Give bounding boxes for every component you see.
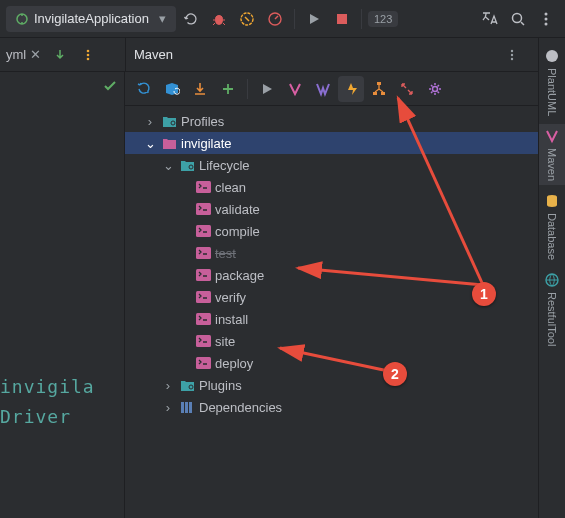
library-icon xyxy=(179,399,195,415)
svg-rect-32 xyxy=(181,402,184,413)
lifecycle-package[interactable]: package xyxy=(125,264,565,286)
tree-label: test xyxy=(215,246,236,261)
run-button[interactable] xyxy=(301,6,327,32)
skip-tests-button[interactable] xyxy=(338,76,364,102)
svg-point-7 xyxy=(545,17,548,20)
tree-label: compile xyxy=(215,224,260,239)
svg-point-11 xyxy=(87,57,90,60)
globe-icon xyxy=(544,272,560,288)
terminal-icon xyxy=(195,179,211,195)
rail-label: Database xyxy=(546,213,558,260)
lifecycle-site[interactable]: site xyxy=(125,330,565,352)
maven-icon xyxy=(544,128,560,144)
check-icon xyxy=(102,78,118,94)
maven-wrapper-icon[interactable] xyxy=(310,76,336,102)
run-maven-icon[interactable] xyxy=(254,76,280,102)
maven-panel: › Profiles ⌄ invigilate ⌄ Lifecycle clea… xyxy=(125,72,565,518)
tree-label: Profiles xyxy=(181,114,224,129)
settings-icon[interactable] xyxy=(422,76,448,102)
run-config-selector[interactable]: InvigilateApplication ▾ xyxy=(6,6,176,32)
tree-node-lifecycle[interactable]: ⌄ Lifecycle xyxy=(125,154,565,176)
terminal-icon xyxy=(195,201,211,217)
stop-button[interactable] xyxy=(329,6,355,32)
terminal-icon xyxy=(195,333,211,349)
tree-label: deploy xyxy=(215,356,253,371)
svg-rect-33 xyxy=(185,402,188,413)
tree-node-dependencies[interactable]: › Dependencies xyxy=(125,396,565,418)
maven-tree: › Profiles ⌄ invigilate ⌄ Lifecycle clea… xyxy=(125,106,565,422)
separator xyxy=(361,9,362,29)
folder-gear-icon xyxy=(179,377,195,393)
tree-label: validate xyxy=(215,202,260,217)
svg-point-12 xyxy=(511,49,513,51)
svg-point-5 xyxy=(513,13,522,22)
svg-rect-26 xyxy=(196,269,211,281)
close-icon[interactable]: ✕ xyxy=(30,47,41,62)
rail-database[interactable]: Database xyxy=(539,189,565,264)
run-config-icon xyxy=(16,13,28,25)
svg-rect-22 xyxy=(196,181,211,193)
tree-label: invigilate xyxy=(181,136,232,151)
line-indicator[interactable]: 123 xyxy=(368,11,398,27)
lifecycle-deploy[interactable]: deploy xyxy=(125,352,565,374)
tree-node-profiles[interactable]: › Profiles xyxy=(125,110,565,132)
terminal-icon xyxy=(195,223,211,239)
chevron-right-icon: › xyxy=(161,378,175,393)
database-icon xyxy=(544,193,560,209)
svg-rect-28 xyxy=(196,313,211,325)
main-area: invigila Driver › Profiles ⌄ xyxy=(0,72,565,518)
refresh-icon[interactable] xyxy=(131,76,157,102)
chevron-right-icon: › xyxy=(161,400,175,415)
folder-gear-icon xyxy=(179,157,195,173)
svg-point-14 xyxy=(511,57,513,59)
run-config-name: InvigilateApplication xyxy=(34,11,149,26)
folder-gear-icon xyxy=(161,113,177,129)
coverage-icon[interactable] xyxy=(234,6,260,32)
svg-rect-4 xyxy=(337,14,347,24)
lifecycle-install[interactable]: install xyxy=(125,308,565,330)
lifecycle-verify[interactable]: verify xyxy=(125,286,565,308)
svg-point-8 xyxy=(545,22,548,25)
rail-restful[interactable]: RestfulTool xyxy=(539,268,565,350)
rail-label: PlantUML xyxy=(546,68,558,116)
svg-rect-18 xyxy=(381,92,385,95)
translate-icon[interactable] xyxy=(477,6,503,32)
bug-icon[interactable] xyxy=(206,6,232,32)
maven-v-icon[interactable] xyxy=(282,76,308,102)
lifecycle-compile[interactable]: compile xyxy=(125,220,565,242)
tree-node-project[interactable]: ⌄ invigilate xyxy=(125,132,565,154)
profiler-icon[interactable] xyxy=(262,6,288,32)
svg-rect-30 xyxy=(196,357,211,369)
tree-label: install xyxy=(215,312,248,327)
rail-maven[interactable]: Maven xyxy=(539,124,565,185)
lifecycle-validate[interactable]: validate xyxy=(125,198,565,220)
separator xyxy=(294,9,295,29)
add-icon[interactable] xyxy=(215,76,241,102)
plantuml-icon xyxy=(544,48,560,64)
download-sources-icon[interactable] xyxy=(187,76,213,102)
collapse-all-icon[interactable] xyxy=(394,76,420,102)
lifecycle-clean[interactable]: clean xyxy=(125,176,565,198)
search-icon[interactable] xyxy=(505,6,531,32)
svg-point-10 xyxy=(87,53,90,56)
svg-point-13 xyxy=(511,53,513,55)
lifecycle-test[interactable]: test xyxy=(125,242,565,264)
tree-label: clean xyxy=(215,180,246,195)
rail-plantuml[interactable]: PlantUML xyxy=(539,44,565,120)
terminal-icon xyxy=(195,355,211,371)
panel-more-icon[interactable] xyxy=(499,42,525,68)
tab-more-icon[interactable] xyxy=(75,42,101,68)
secondary-bar: yml ✕ Maven xyxy=(0,38,565,72)
chevron-down-icon: ⌄ xyxy=(161,158,175,173)
reload-button[interactable] xyxy=(178,6,204,32)
editor-tab-yml[interactable]: yml ✕ xyxy=(2,43,45,67)
terminal-icon xyxy=(195,245,211,261)
generate-sources-icon[interactable] xyxy=(159,76,185,102)
maven-toolbar xyxy=(125,72,565,106)
maven-panel-header: Maven xyxy=(125,38,565,71)
download-arrow-icon[interactable] xyxy=(47,42,73,68)
more-menu-icon[interactable] xyxy=(533,6,559,32)
show-dependencies-icon[interactable] xyxy=(366,76,392,102)
svg-rect-34 xyxy=(189,402,192,413)
tree-node-plugins[interactable]: › Plugins xyxy=(125,374,565,396)
